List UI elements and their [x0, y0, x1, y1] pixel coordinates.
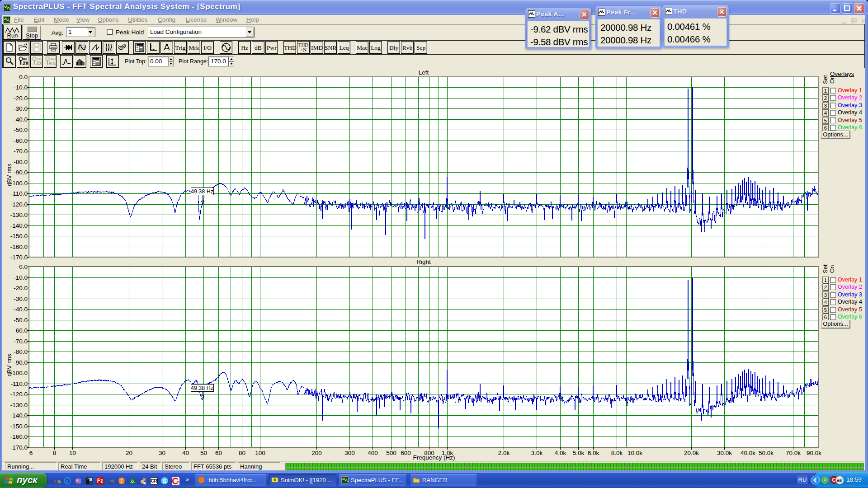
svg-text:dBV rms: dBV rms [6, 164, 13, 186]
svg-text:-170.0: -170.0 [10, 254, 28, 261]
svg-text:S: S [163, 478, 166, 484]
svg-text:-70.0: -70.0 [14, 338, 28, 345]
svg-text:200: 200 [311, 450, 322, 456]
svg-text:-120.0: -120.0 [10, 201, 28, 208]
svg-text:60: 60 [215, 450, 222, 456]
svg-text:-50.0: -50.0 [14, 127, 28, 133]
svg-text:6.0k: 6.0k [588, 450, 599, 456]
svg-text:-30.0: -30.0 [14, 296, 28, 302]
svg-text:-60.0: -60.0 [14, 327, 28, 334]
svg-text:20.0k: 20.0k [684, 450, 699, 456]
svg-text:0.0: 0.0 [19, 74, 28, 80]
svg-text:-160.0: -160.0 [10, 433, 28, 440]
svg-text:-20.0: -20.0 [14, 285, 28, 291]
svg-text:30: 30 [159, 450, 165, 456]
svg-text:6: 6 [29, 450, 33, 456]
svg-text:90.0k: 90.0k [807, 450, 821, 456]
svg-text:Set: Set [822, 264, 829, 273]
svg-text:-80.0: -80.0 [14, 348, 28, 355]
svg-text:2.0k: 2.0k [498, 450, 510, 456]
svg-text:0.0: 0.0 [19, 263, 28, 270]
svg-text:-60.0: -60.0 [14, 137, 28, 144]
svg-text:20: 20 [126, 450, 132, 456]
svg-text:4.0k: 4.0k [555, 450, 566, 456]
svg-text:-140.0: -140.0 [10, 222, 28, 229]
svg-text:-20.0: -20.0 [14, 95, 28, 102]
svg-text:70.0k: 70.0k [786, 450, 801, 456]
svg-text:On: On [829, 265, 835, 273]
svg-text:500: 500 [386, 450, 396, 456]
svg-text:-70.0: -70.0 [14, 148, 28, 155]
svg-text:-170.0: -170.0 [10, 444, 28, 451]
svg-text:400: 400 [368, 450, 378, 456]
svg-text:50: 50 [200, 450, 207, 456]
svg-text:3.0k: 3.0k [531, 450, 543, 456]
svg-text:-40.0: -40.0 [14, 116, 28, 123]
svg-text:-100.0: -100.0 [10, 370, 28, 376]
svg-text:-150.0: -150.0 [10, 233, 28, 239]
svg-text:-50.0: -50.0 [14, 317, 28, 324]
svg-text:-160.0: -160.0 [10, 244, 28, 250]
svg-text:Frequency (Hz): Frequency (Hz) [413, 454, 455, 461]
svg-text:-90.0: -90.0 [14, 169, 28, 176]
svg-text:-130.0: -130.0 [10, 402, 28, 408]
svg-text:100: 100 [255, 450, 265, 456]
svg-text:-130.0: -130.0 [10, 211, 28, 218]
svg-text:-120.0: -120.0 [10, 391, 28, 398]
svg-text:40: 40 [182, 450, 189, 456]
svg-text:80: 80 [239, 450, 245, 456]
svg-text:-110.0: -110.0 [11, 190, 28, 197]
svg-text:5.0k: 5.0k [573, 450, 585, 456]
svg-text:-140.0: -140.0 [10, 412, 28, 419]
svg-text:10: 10 [69, 450, 76, 456]
svg-text:-30.0: -30.0 [14, 105, 28, 112]
svg-text:50.0k: 50.0k [759, 450, 774, 456]
svg-text:e: e [66, 478, 68, 484]
svg-text:-100.0: -100.0 [10, 180, 28, 187]
svg-text:30.0k: 30.0k [717, 450, 732, 456]
svg-text:Set: Set [822, 75, 829, 84]
svg-text:300: 300 [344, 450, 355, 456]
svg-text:-10.0: -10.0 [14, 274, 28, 281]
svg-text:40.0k: 40.0k [741, 450, 755, 456]
svg-text:dBV rms: dBV rms [6, 354, 13, 376]
svg-text:49.38 Hz: 49.38 Hz [191, 188, 213, 195]
svg-text:-150.0: -150.0 [10, 423, 28, 430]
svg-text:-80.0: -80.0 [14, 159, 28, 165]
svg-text:esi: esi [837, 478, 843, 483]
svg-text:8.0k: 8.0k [611, 450, 623, 456]
svg-text:-90.0: -90.0 [14, 359, 28, 366]
svg-text:-40.0: -40.0 [14, 306, 28, 313]
svg-text:600: 600 [401, 450, 411, 456]
svg-text:49.38 Hz: 49.38 Hz [191, 385, 213, 391]
svg-text:-10.0: -10.0 [14, 84, 28, 91]
svg-text:y: y [59, 479, 61, 483]
svg-text:8: 8 [53, 450, 57, 456]
svg-text:10.0k: 10.0k [627, 450, 642, 456]
svg-text:-110.0: -110.0 [11, 380, 28, 387]
